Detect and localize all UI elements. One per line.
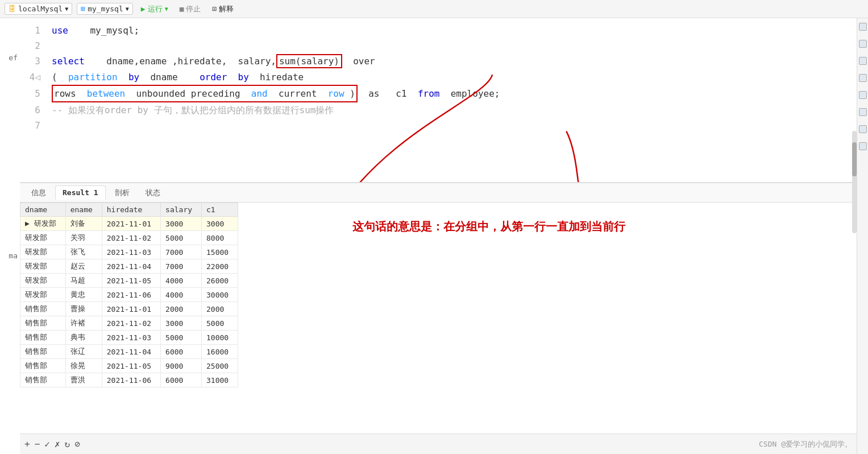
results-table-wrap[interactable]: dname ename hiredate salary c1 ▶ 研发部刘备20… [20,203,868,431]
table-cell: 15000 [202,245,238,259]
line-number-1: 1 [24,23,40,38]
line-number-5: 5 [24,86,40,101]
cancel-icon[interactable]: ✗ [55,439,60,449]
code-comment: -- 如果没有order by 子句，默认把分组内的所有数据进行sum操作 [52,102,863,118]
table-cell: 2021-11-03 [102,331,160,345]
right-icon-4[interactable] [859,74,867,82]
code-text: my_mysql; [74,25,140,36]
keyword-rows: rows [54,88,81,99]
db-connection-select[interactable]: 🗄 localMysql ▼ [5,3,72,15]
add-row-icon[interactable]: + [24,439,30,449]
explain-label: 解释 [219,4,234,14]
code-dname: dname [145,72,189,82]
table-cell: 2021-11-04 [102,259,160,274]
scrollbar[interactable] [852,131,857,233]
table-cell: 2000 [202,302,238,316]
table-cell: 4000 [161,288,202,302]
toolbar: 🗄 localMysql ▼ ⊞ my_mysql ▼ ▶ 运行 ▼ ■ 停止 … [0,0,868,18]
table-header-row: dname ename hiredate salary c1 [20,203,238,217]
tab-status[interactable]: 状态 [139,185,167,200]
keyword-between: between [87,88,125,99]
sum-salary-box: sum(salary) [276,54,342,68]
table-cell: 典韦 [65,331,102,345]
db-connection-label: localMysql [18,5,63,13]
db-icon: 🗄 [9,5,16,13]
right-icon-7[interactable] [859,125,867,133]
table-cell: 10000 [202,331,238,345]
table-cell: 2021-11-02 [102,231,160,245]
table-cell: 2021-11-06 [102,373,160,387]
code-line-7: 7 [20,118,868,133]
table-cell: 销售部 [20,373,66,387]
table-cell: 2021-11-05 [102,359,160,373]
code-over: over [342,56,375,67]
table-cell: 5000 [202,316,238,331]
table-cell: 曹洪 [65,373,102,387]
chevron-down-icon-2: ▼ [126,6,129,12]
table-cell: 31000 [202,373,238,387]
table-cell: 2021-11-06 [102,288,160,302]
table-cell: 赵云 [65,259,102,274]
table-cell: 销售部 [20,316,66,331]
table-cell: 16000 [202,345,238,359]
code-paren: ( [52,72,57,82]
right-icon-1[interactable] [859,23,867,31]
run-chevron: ▼ [165,6,168,12]
table-row: 销售部张辽2021-11-04600016000 [20,345,238,359]
table-cell: 26000 [202,274,238,288]
stop-button[interactable]: ■ 停止 [176,3,205,15]
line-number-6: 6 [24,102,40,118]
code-editor[interactable]: 1 use my_mysql; 2 3 select dname,ename ,… [20,18,868,183]
remove-row-icon[interactable]: − [35,439,40,449]
table-row: 销售部典韦2021-11-03500010000 [20,331,238,345]
tab-result1[interactable]: Result 1 [55,185,106,200]
check-icon[interactable]: ✓ [44,439,50,449]
db-schema-select[interactable]: ⊞ my_mysql ▼ [77,3,132,15]
table-cell: 30000 [202,288,238,302]
table-cell: 研发部 [20,231,66,245]
col-header-salary: salary [161,203,202,217]
code-line-6: 6 -- 如果没有order by 子句，默认把分组内的所有数据进行sum操作 [20,102,868,118]
bottom-bar: + − ✓ ✗ ↻ ⊘ CSDN @爱学习的小侃同学。 [20,434,857,454]
run-label: 运行 [148,4,163,14]
right-icon-5[interactable] [859,91,867,99]
explain-button[interactable]: ⊡ 解释 [209,3,237,15]
right-panel [857,18,868,454]
table-cell: 7000 [161,245,202,259]
table-row: 研发部马超2021-11-05400026000 [20,274,238,288]
refresh-icon[interactable]: ↻ [65,439,70,449]
col-header-dname: dname [20,203,66,217]
right-icon-2[interactable] [859,40,867,48]
results-tabs: 信息 Result 1 剖析 状态 [20,183,868,203]
code-line-1: 1 use my_mysql; [20,23,868,38]
run-button[interactable]: ▶ 运行 ▼ [138,3,172,15]
table-cell: 3000 [161,316,202,331]
tab-profiling[interactable]: 剖析 [108,185,136,200]
right-icon-8[interactable] [859,142,867,150]
run-icon: ▶ [141,5,146,13]
table-cell: 销售部 [20,345,66,359]
code-line-5: 5 rows between unbounded preceding and c… [20,85,868,102]
col-header-hiredate: hiredate [102,203,160,217]
table-cell: 4000 [161,274,202,288]
schema-icon: ⊞ [81,5,85,13]
table-cell: 刘备 [65,217,102,231]
table-cell: 7000 [161,259,202,274]
table-cell: 8000 [202,231,238,245]
line-number-2: 2 [24,38,40,53]
scrollbar-thumb[interactable] [852,142,857,176]
right-icon-6[interactable] [859,108,867,116]
info-icon[interactable]: ⊘ [74,439,80,449]
keyword-order: order [194,72,227,82]
table-row: 研发部赵云2021-11-04700022000 [20,259,238,274]
right-icon-3[interactable] [859,57,867,65]
explain-icon: ⊡ [212,5,217,13]
table-row: 研发部关羽2021-11-0250008000 [20,231,238,245]
table-cell: 2000 [161,302,202,316]
table-cell: 3000 [202,217,238,231]
db-schema-label: my_mysql [88,5,123,13]
table-cell: 马超 [65,274,102,288]
results-table: dname ename hiredate salary c1 ▶ 研发部刘备20… [20,203,238,387]
table-cell: 5000 [161,231,202,245]
tab-info[interactable]: 信息 [24,185,53,200]
